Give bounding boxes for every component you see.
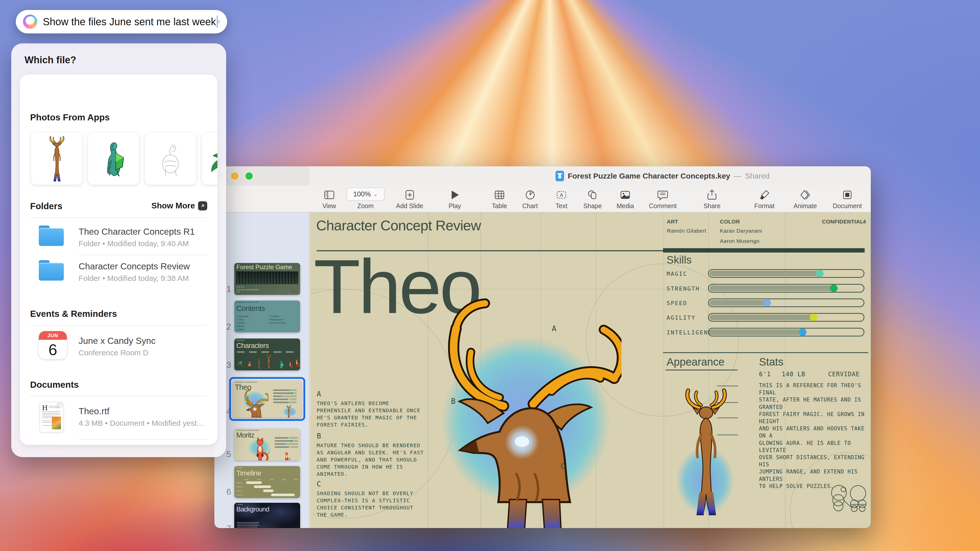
credit-art-name: Ramón Gilabert [667,228,706,234]
slide-thumb-background[interactable]: Content Background [234,503,300,528]
skill-knob[interactable] [763,299,771,306]
document-title: Forest Puzzle Game Character Concepts.ke… [568,171,730,180]
section-divider [663,352,868,353]
search-query-text[interactable]: Show the files June sent me last week [43,16,216,27]
photo-thumb-bird[interactable] [202,133,218,185]
turtle-illustration [97,139,131,178]
keynote-doc-icon [555,171,564,181]
mini-deer [265,354,272,370]
add-slide-button[interactable]: Add Slide [396,187,423,210]
appearance-title: Appearance [667,356,724,368]
slide-navigator: 1 2 3 4 5 6 7 Forest Puzzle Game (Title … [215,213,310,528]
folder-icon [39,225,64,246]
slide-thumb-characters[interactable]: Overview Characters [234,338,300,370]
skill-knob[interactable] [816,270,824,277]
share-icon [703,187,721,201]
forest-photo-band [236,272,298,284]
zoom-level-button[interactable]: 100% ⌄ [346,187,385,201]
mini-beaver [246,360,253,368]
photos-section-title: Photos From Apps [30,112,110,122]
stats-description: THIS IS A REFERENCE FOR THEO'S FINAL STA… [759,382,871,490]
stat-weight: 140 LB [782,371,805,378]
document-button[interactable]: Document [833,187,862,210]
mini-fox-small [287,362,293,368]
document-item-1[interactable]: Theo.rtf [79,406,110,416]
microphone-icon[interactable] [218,15,220,29]
bird-illustration [210,141,218,177]
animate-button[interactable]: Animate [794,187,817,210]
slide-header: Character Concept Review [316,217,481,233]
slide-thumb-forest-puzzle-game[interactable]: Forest Puzzle Game (Title TK) Character … [234,263,300,295]
window-titlebar[interactable]: Forest Puzzle Game Character Concepts.ke… [215,166,871,186]
chart-button[interactable]: Chart [522,187,538,210]
media-icon [617,187,634,201]
toolbar: View 100% ⌄ Zoom Add Slide Play Table [215,186,871,213]
arrow-up-right-icon [198,201,207,210]
chart-icon [522,187,538,201]
zoom-control[interactable]: 100% ⌄ Zoom [346,187,385,210]
folder-item-1[interactable]: Theo Character Concepts R1 [79,227,195,237]
share-button[interactable]: Share [703,187,721,210]
slide-thumb-theo-selected[interactable]: Character Concept Review Theo [233,380,302,418]
panel-prompt: Which file? [24,55,76,65]
stats-title: Stats [759,356,783,368]
shape-button[interactable]: Shape [584,187,602,210]
media-button[interactable]: Media [617,187,634,210]
mini-theo-deer [240,389,269,418]
siri-icon [23,14,37,29]
minimize-button[interactable] [231,172,239,179]
mini-moritz-fox [249,437,271,460]
view-button[interactable]: View [322,187,336,210]
table-icon [492,187,507,201]
view-icon [322,187,336,201]
add-slide-icon [396,187,423,201]
events-section-title: Events & Reminders [30,309,117,319]
slide-thumb-timeline[interactable]: Content Timeline May June July Aug Sept … [234,466,300,498]
siri-search-bar[interactable]: Show the files June sent me last week [16,10,227,33]
slide-thumb-contents[interactable]: Character Concept Review Contents 3 Over… [234,300,300,332]
keynote-window: Forest Puzzle Game Character Concepts.ke… [215,166,871,528]
title-dash: — [734,171,741,180]
event-item-1[interactable]: June x Candy Sync [79,336,156,346]
show-more-button[interactable]: Show More [151,201,207,210]
comment-button[interactable]: Comment [649,187,676,210]
text-icon: A [555,187,567,201]
slide-canvas[interactable]: Character Concept Review ART Ramón Gilab… [310,213,871,528]
photo-thumb-sketch[interactable] [145,133,196,185]
comment-icon [649,187,676,201]
text-button[interactable]: A Text [555,187,567,210]
format-button[interactable]: Format [754,187,774,210]
page-number: 4 [863,219,866,225]
gantt-bar-1 [246,481,262,484]
credit-color-label: COLOR [720,219,740,225]
skill-knob[interactable] [810,313,818,321]
skills-title: Skills [667,254,692,266]
animate-icon [794,187,817,201]
chevron-down-icon: ⌄ [373,191,378,197]
svg-text:A: A [560,192,563,198]
photo-thumb-deer[interactable] [31,133,82,185]
mini-bird [237,359,244,366]
slide-thumb-moritz[interactable]: Character Concept Review Moritz [234,429,300,460]
divider-rule-thick [663,248,865,252]
gantt-bar-4 [271,494,295,496]
theo-illustration [417,295,621,528]
results-card: Photos From Apps Folders Show More [20,75,218,445]
skill-knob[interactable] [799,328,807,336]
photo-thumb-turtle[interactable] [88,133,139,185]
mini-turtle [277,360,285,369]
desktop: Forest Puzzle Game Character Concepts.ke… [0,0,980,551]
studio-logo [830,483,869,512]
credit-color-name-2: Aaron Musengo [720,238,759,244]
folder-item-2[interactable]: Character Concepts Review [79,261,190,272]
note-b: B MATURE THEO SHOULD BE RENDERED AS ANGU… [317,432,429,478]
play-icon [449,187,461,201]
zoom-window-button[interactable] [245,172,253,179]
play-button[interactable]: Play [449,187,461,210]
table-button[interactable]: Table [492,187,507,210]
stat-family: CERVIDAE [828,371,860,378]
gantt-bar-2 [254,486,271,488]
mini-moritz-front [282,452,291,460]
shared-status: Shared [745,171,770,180]
skill-knob[interactable] [830,284,838,292]
